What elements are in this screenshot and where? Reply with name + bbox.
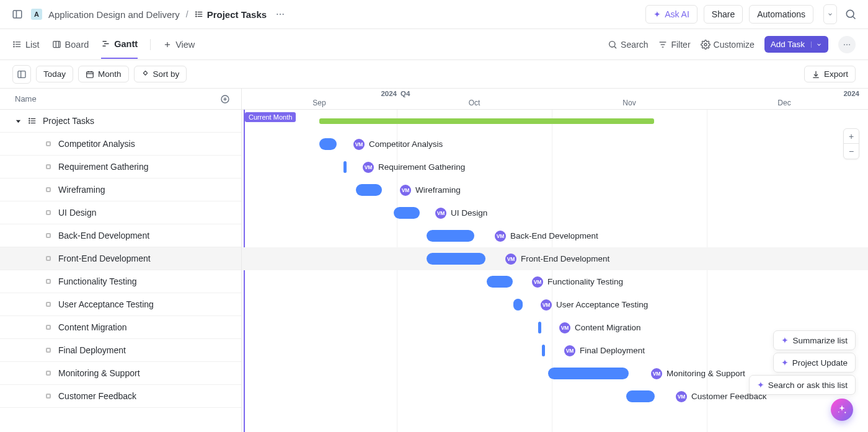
assignee-avatar[interactable]: VM bbox=[495, 231, 506, 242]
zoom-out-button[interactable]: − bbox=[844, 144, 859, 159]
overflow-button[interactable] bbox=[838, 36, 856, 53]
status-dot[interactable] bbox=[46, 348, 51, 353]
gantt-bar[interactable] bbox=[538, 322, 541, 333]
group-row[interactable]: Project Tasks bbox=[0, 110, 241, 133]
task-row[interactable]: Competitor Analysis bbox=[0, 133, 241, 156]
task-row[interactable]: Content Migration bbox=[0, 316, 241, 339]
month-select[interactable]: Month bbox=[78, 66, 129, 82]
tab-board[interactable]: Board bbox=[52, 31, 89, 58]
status-dot[interactable] bbox=[46, 325, 51, 330]
status-dot[interactable] bbox=[46, 210, 51, 215]
assignee-avatar[interactable]: VM bbox=[505, 253, 516, 265]
export-button[interactable]: Export bbox=[804, 66, 856, 82]
task-row[interactable]: Customer Feedback bbox=[0, 385, 241, 408]
task-name: Back-End Development bbox=[58, 231, 149, 240]
breadcrumb-current[interactable]: Project Tasks bbox=[195, 9, 267, 20]
status-dot[interactable] bbox=[46, 302, 51, 307]
status-dot[interactable] bbox=[46, 279, 51, 284]
project-update-button[interactable]: ✦ Project Update bbox=[773, 353, 856, 372]
status-dot[interactable] bbox=[46, 256, 51, 261]
svg-rect-19 bbox=[53, 42, 60, 48]
gantt-bar-label: Monitoring & Support bbox=[666, 369, 745, 378]
gantt-bar[interactable] bbox=[356, 184, 382, 196]
breadcrumb-space[interactable]: Application Design and Delivery bbox=[48, 9, 180, 20]
customize-action[interactable]: Customize bbox=[701, 40, 755, 50]
search-list-label: Search or ask this list bbox=[768, 381, 848, 390]
svg-rect-38 bbox=[87, 71, 94, 77]
automations-button[interactable]: Automations bbox=[749, 5, 813, 24]
today-button[interactable]: Today bbox=[36, 66, 73, 82]
task-row[interactable]: Wireframing bbox=[0, 179, 241, 201]
task-name: Requirement Gathering bbox=[58, 162, 149, 172]
status-dot[interactable] bbox=[46, 164, 51, 169]
gantt-bar[interactable] bbox=[487, 276, 513, 288]
task-row[interactable]: UI Design bbox=[0, 201, 241, 224]
assignee-avatar[interactable]: VM bbox=[676, 391, 687, 402]
task-row[interactable]: Final Deployment bbox=[0, 339, 241, 362]
panel-toggle-button[interactable] bbox=[12, 65, 31, 84]
assignee-avatar[interactable]: VM bbox=[651, 368, 662, 379]
assignee-avatar[interactable]: VM bbox=[363, 162, 374, 173]
status-dot[interactable] bbox=[46, 394, 51, 399]
tab-gantt[interactable]: Gantt bbox=[101, 30, 138, 59]
assignee-avatar[interactable]: VM bbox=[353, 139, 365, 150]
sort-by-button[interactable]: Sort by bbox=[134, 66, 187, 82]
gantt-row: VMUI Design bbox=[242, 201, 868, 224]
task-row[interactable]: Functionality Testing bbox=[0, 270, 241, 293]
year-label-right: 2024 bbox=[843, 90, 859, 97]
status-dot[interactable] bbox=[46, 371, 51, 376]
status-dot[interactable] bbox=[46, 141, 51, 146]
gantt-bar[interactable] bbox=[343, 161, 347, 173]
svg-point-18 bbox=[14, 46, 14, 47]
search-action[interactable]: Search bbox=[608, 40, 648, 50]
download-icon bbox=[812, 70, 820, 79]
search-icon bbox=[608, 40, 618, 50]
gantt-bar[interactable] bbox=[394, 207, 420, 219]
add-column-button[interactable] bbox=[220, 94, 230, 104]
gantt-bar[interactable] bbox=[513, 299, 523, 311]
status-dot[interactable] bbox=[46, 233, 51, 238]
task-row[interactable]: Monitoring & Support bbox=[0, 362, 241, 385]
assignee-avatar[interactable]: VM bbox=[541, 299, 552, 311]
assignee-avatar[interactable]: VM bbox=[532, 276, 543, 288]
assignee-avatar[interactable]: VM bbox=[435, 208, 446, 219]
ai-fab-button[interactable] bbox=[831, 399, 853, 421]
zoom-in-button[interactable]: + bbox=[844, 129, 859, 144]
task-row[interactable]: Requirement Gathering bbox=[0, 156, 241, 179]
name-column-header[interactable]: Name bbox=[15, 94, 37, 104]
gantt-bar[interactable] bbox=[626, 390, 655, 402]
search-list-button[interactable]: ✦ Search or ask this list bbox=[749, 375, 856, 395]
svg-point-16 bbox=[14, 42, 14, 42]
add-task-dropdown[interactable] bbox=[811, 42, 822, 48]
status-dot[interactable] bbox=[46, 187, 51, 192]
gantt-bar[interactable] bbox=[548, 368, 629, 379]
search-global-icon[interactable] bbox=[843, 7, 858, 22]
task-row[interactable]: User Acceptance Testing bbox=[0, 293, 241, 316]
more-icon[interactable] bbox=[273, 7, 288, 22]
svg-rect-36 bbox=[18, 71, 25, 77]
assignee-avatar[interactable]: VM bbox=[559, 322, 570, 333]
ask-ai-button[interactable]: ✦ Ask AI bbox=[645, 5, 698, 24]
share-button[interactable]: Share bbox=[704, 5, 743, 24]
svg-line-28 bbox=[614, 46, 616, 48]
tab-list[interactable]: List bbox=[12, 31, 40, 58]
add-view-button[interactable]: View bbox=[163, 31, 195, 58]
task-row[interactable]: Front-End Development bbox=[0, 247, 241, 270]
gantt-bar[interactable] bbox=[427, 253, 485, 265]
space-badge[interactable]: A bbox=[31, 9, 42, 20]
add-task-button[interactable]: Add Task bbox=[764, 36, 828, 53]
svg-point-53 bbox=[844, 412, 846, 413]
sidebar-toggle-icon[interactable] bbox=[10, 7, 25, 22]
ask-ai-label: Ask AI bbox=[665, 9, 689, 19]
gantt-bar[interactable] bbox=[427, 230, 474, 242]
topbar-right: ✦ Ask AI Share Automations bbox=[645, 4, 858, 24]
summarize-list-button[interactable]: ✦ Summarize list bbox=[773, 330, 856, 350]
task-row[interactable]: Back-End Development bbox=[0, 224, 241, 247]
filter-action[interactable]: Filter bbox=[658, 40, 690, 50]
automations-dropdown[interactable] bbox=[823, 4, 837, 24]
gantt-bar[interactable] bbox=[542, 345, 545, 356]
assignee-avatar[interactable]: VM bbox=[400, 185, 411, 196]
group-progress-bar[interactable] bbox=[319, 118, 654, 124]
assignee-avatar[interactable]: VM bbox=[564, 345, 575, 356]
gantt-bar[interactable] bbox=[319, 138, 337, 150]
